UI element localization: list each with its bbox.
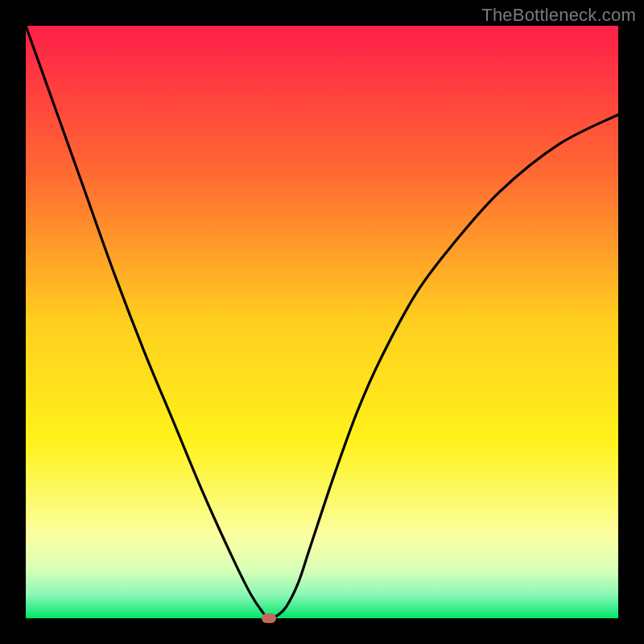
chart-frame xyxy=(26,26,618,618)
plot-area xyxy=(26,26,618,618)
watermark-text: TheBottleneck.com xyxy=(481,5,636,26)
gradient-background xyxy=(26,26,618,618)
minimum-marker xyxy=(262,613,276,623)
